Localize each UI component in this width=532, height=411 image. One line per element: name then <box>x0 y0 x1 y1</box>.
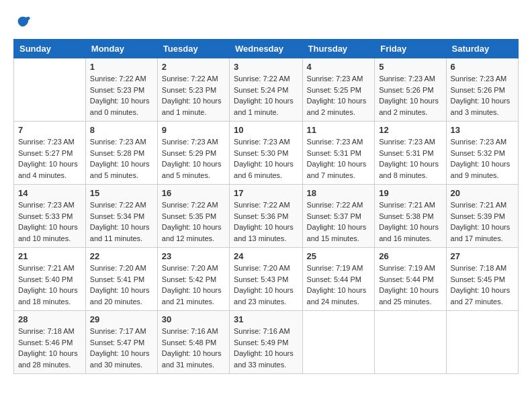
cell-content: Sunrise: 7:23 AMSunset: 5:26 PMDaylight:… <box>451 73 514 118</box>
calendar-day-header: Tuesday <box>157 40 229 58</box>
calendar-cell: 10 Sunrise: 7:23 AMSunset: 5:30 PMDaylig… <box>230 122 303 185</box>
calendar-cell: 30 Sunrise: 7:16 AMSunset: 5:48 PMDaylig… <box>157 311 229 374</box>
cell-content: Sunrise: 7:17 AMSunset: 5:47 PMDaylight:… <box>90 326 153 370</box>
day-number: 19 <box>379 188 441 198</box>
day-number: 4 <box>307 62 371 72</box>
day-number: 3 <box>234 62 298 72</box>
cell-content: Sunrise: 7:23 AMSunset: 5:25 PMDaylight:… <box>307 73 371 118</box>
calendar-cell <box>302 311 375 374</box>
calendar-cell: 20 Sunrise: 7:21 AMSunset: 5:39 PMDaylig… <box>446 185 518 248</box>
day-number: 31 <box>234 314 298 324</box>
day-number: 27 <box>451 251 514 261</box>
cell-content: Sunrise: 7:22 AMSunset: 5:34 PMDaylight:… <box>90 199 153 244</box>
cell-content: Sunrise: 7:20 AMSunset: 5:41 PMDaylight:… <box>90 263 153 307</box>
calendar-cell: 9 Sunrise: 7:23 AMSunset: 5:29 PMDayligh… <box>157 122 229 185</box>
calendar-cell: 17 Sunrise: 7:22 AMSunset: 5:36 PMDaylig… <box>230 185 303 248</box>
calendar-cell: 24 Sunrise: 7:20 AMSunset: 5:43 PMDaylig… <box>230 248 303 311</box>
calendar-cell <box>446 311 518 374</box>
calendar-cell: 16 Sunrise: 7:22 AMSunset: 5:35 PMDaylig… <box>157 185 229 248</box>
day-number: 20 <box>451 188 514 198</box>
day-number: 16 <box>162 188 225 198</box>
calendar-cell: 5 Sunrise: 7:23 AMSunset: 5:26 PMDayligh… <box>375 58 446 122</box>
calendar-day-header: Friday <box>375 40 446 58</box>
calendar-header-row: SundayMondayTuesdayWednesdayThursdayFrid… <box>14 40 519 58</box>
calendar-cell: 25 Sunrise: 7:19 AMSunset: 5:44 PMDaylig… <box>302 248 375 311</box>
calendar-cell: 26 Sunrise: 7:19 AMSunset: 5:44 PMDaylig… <box>375 248 446 311</box>
cell-content: Sunrise: 7:23 AMSunset: 5:31 PMDaylight:… <box>379 136 441 181</box>
cell-content: Sunrise: 7:23 AMSunset: 5:31 PMDaylight:… <box>307 136 371 181</box>
calendar-cell: 23 Sunrise: 7:20 AMSunset: 5:42 PMDaylig… <box>157 248 229 311</box>
cell-content: Sunrise: 7:20 AMSunset: 5:42 PMDaylight:… <box>162 263 225 307</box>
day-number: 10 <box>234 125 298 135</box>
cell-content: Sunrise: 7:21 AMSunset: 5:39 PMDaylight:… <box>451 199 514 244</box>
calendar-cell: 21 Sunrise: 7:21 AMSunset: 5:40 PMDaylig… <box>14 248 86 311</box>
cell-content: Sunrise: 7:22 AMSunset: 5:37 PMDaylight:… <box>307 199 371 244</box>
cell-content: Sunrise: 7:19 AMSunset: 5:44 PMDaylight:… <box>307 263 371 307</box>
day-number: 18 <box>307 188 371 198</box>
calendar-cell: 31 Sunrise: 7:16 AMSunset: 5:49 PMDaylig… <box>230 311 303 374</box>
calendar-day-header: Monday <box>85 40 157 58</box>
calendar-cell: 13 Sunrise: 7:23 AMSunset: 5:32 PMDaylig… <box>446 122 518 185</box>
cell-content: Sunrise: 7:22 AMSunset: 5:35 PMDaylight:… <box>162 199 225 244</box>
cell-content: Sunrise: 7:18 AMSunset: 5:45 PMDaylight:… <box>451 263 514 307</box>
calendar-cell: 18 Sunrise: 7:22 AMSunset: 5:37 PMDaylig… <box>302 185 375 248</box>
day-number: 11 <box>307 125 371 135</box>
cell-content: Sunrise: 7:23 AMSunset: 5:28 PMDaylight:… <box>90 136 153 181</box>
calendar-cell: 6 Sunrise: 7:23 AMSunset: 5:26 PMDayligh… <box>446 58 518 122</box>
day-number: 7 <box>18 125 81 135</box>
cell-content: Sunrise: 7:22 AMSunset: 5:23 PMDaylight:… <box>90 73 153 118</box>
calendar-cell: 28 Sunrise: 7:18 AMSunset: 5:46 PMDaylig… <box>14 311 86 374</box>
day-number: 2 <box>162 62 225 72</box>
calendar-cell: 27 Sunrise: 7:18 AMSunset: 5:45 PMDaylig… <box>446 248 518 311</box>
cell-content: Sunrise: 7:23 AMSunset: 5:33 PMDaylight:… <box>18 199 81 244</box>
day-number: 12 <box>379 125 441 135</box>
logo-bird-icon <box>13 13 32 32</box>
cell-content: Sunrise: 7:23 AMSunset: 5:29 PMDaylight:… <box>162 136 225 181</box>
cell-content: Sunrise: 7:16 AMSunset: 5:49 PMDaylight:… <box>234 326 298 370</box>
day-number: 14 <box>18 188 81 198</box>
cell-content: Sunrise: 7:21 AMSunset: 5:40 PMDaylight:… <box>18 263 81 307</box>
calendar-cell: 1 Sunrise: 7:22 AMSunset: 5:23 PMDayligh… <box>85 58 157 122</box>
calendar-cell: 11 Sunrise: 7:23 AMSunset: 5:31 PMDaylig… <box>302 122 375 185</box>
day-number: 26 <box>379 251 441 261</box>
calendar-cell: 8 Sunrise: 7:23 AMSunset: 5:28 PMDayligh… <box>85 122 157 185</box>
day-number: 8 <box>90 125 153 135</box>
calendar-day-header: Saturday <box>446 40 518 58</box>
calendar-week-row: 7 Sunrise: 7:23 AMSunset: 5:27 PMDayligh… <box>14 122 519 185</box>
day-number: 29 <box>90 314 153 324</box>
day-number: 23 <box>162 251 225 261</box>
cell-content: Sunrise: 7:16 AMSunset: 5:48 PMDaylight:… <box>162 326 225 370</box>
cell-content: Sunrise: 7:20 AMSunset: 5:43 PMDaylight:… <box>234 263 298 307</box>
day-number: 25 <box>307 251 371 261</box>
day-number: 9 <box>162 125 225 135</box>
cell-content: Sunrise: 7:22 AMSunset: 5:24 PMDaylight:… <box>234 73 298 118</box>
logo <box>13 13 35 32</box>
day-number: 17 <box>234 188 298 198</box>
calendar-week-row: 14 Sunrise: 7:23 AMSunset: 5:33 PMDaylig… <box>14 185 519 248</box>
day-number: 5 <box>379 62 441 72</box>
day-number: 6 <box>451 62 514 72</box>
cell-content: Sunrise: 7:23 AMSunset: 5:27 PMDaylight:… <box>18 136 81 181</box>
day-number: 13 <box>451 125 514 135</box>
cell-content: Sunrise: 7:19 AMSunset: 5:44 PMDaylight:… <box>379 263 441 307</box>
calendar-cell: 4 Sunrise: 7:23 AMSunset: 5:25 PMDayligh… <box>302 58 375 122</box>
calendar-cell: 14 Sunrise: 7:23 AMSunset: 5:33 PMDaylig… <box>14 185 86 248</box>
calendar-day-header: Sunday <box>14 40 86 58</box>
calendar-day-header: Thursday <box>302 40 375 58</box>
cell-content: Sunrise: 7:18 AMSunset: 5:46 PMDaylight:… <box>18 326 81 370</box>
cell-content: Sunrise: 7:22 AMSunset: 5:23 PMDaylight:… <box>162 73 225 118</box>
calendar-cell: 12 Sunrise: 7:23 AMSunset: 5:31 PMDaylig… <box>375 122 446 185</box>
day-number: 28 <box>18 314 81 324</box>
calendar-cell: 22 Sunrise: 7:20 AMSunset: 5:41 PMDaylig… <box>85 248 157 311</box>
day-number: 30 <box>162 314 225 324</box>
day-number: 1 <box>90 62 153 72</box>
calendar-cell: 15 Sunrise: 7:22 AMSunset: 5:34 PMDaylig… <box>85 185 157 248</box>
calendar-cell <box>375 311 446 374</box>
calendar-cell: 7 Sunrise: 7:23 AMSunset: 5:27 PMDayligh… <box>14 122 86 185</box>
day-number: 24 <box>234 251 298 261</box>
calendar-cell: 2 Sunrise: 7:22 AMSunset: 5:23 PMDayligh… <box>157 58 229 122</box>
cell-content: Sunrise: 7:22 AMSunset: 5:36 PMDaylight:… <box>234 199 298 244</box>
calendar-cell: 3 Sunrise: 7:22 AMSunset: 5:24 PMDayligh… <box>230 58 303 122</box>
calendar-table: SundayMondayTuesdayWednesdayThursdayFrid… <box>13 39 519 374</box>
day-number: 22 <box>90 251 153 261</box>
